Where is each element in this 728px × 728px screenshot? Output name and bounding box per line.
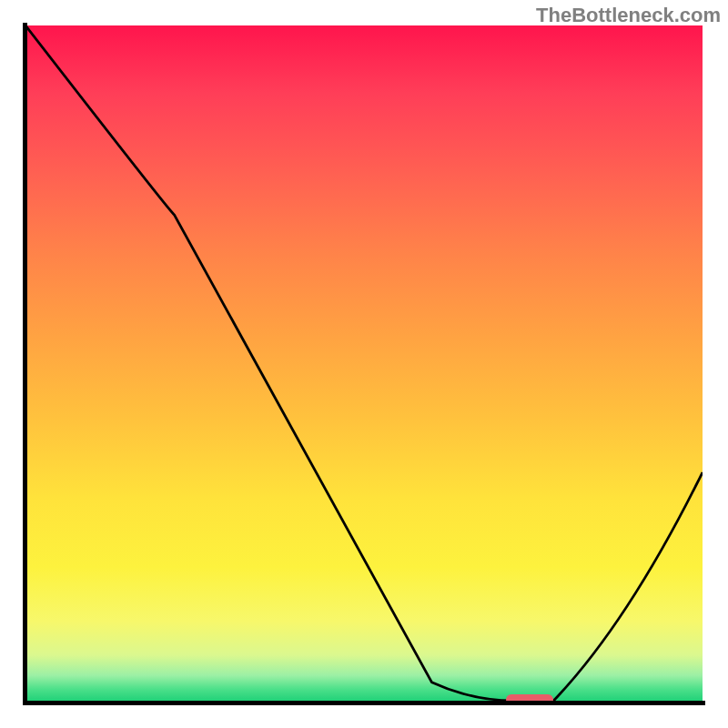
bottleneck-curve-path	[25, 25, 703, 701]
y-axis	[23, 23, 27, 705]
bottleneck-chart: TheBottleneck.com	[0, 0, 728, 728]
watermark: TheBottleneck.com	[536, 4, 721, 27]
curve-layer	[25, 25, 703, 703]
x-axis	[23, 701, 705, 705]
